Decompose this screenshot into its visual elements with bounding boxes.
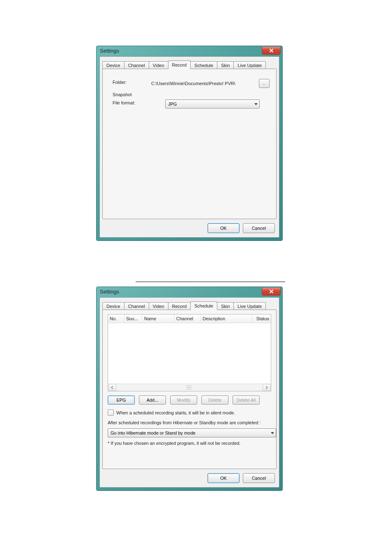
add-button[interactable]: Add... [139, 395, 166, 405]
silent-mode-checkbox[interactable] [108, 409, 114, 416]
ok-button[interactable]: OK [208, 473, 240, 483]
tab-live-update[interactable]: Live Update [233, 61, 266, 69]
browse-button[interactable]: ... [259, 79, 270, 88]
dialog-button-row: OK Cancel [208, 473, 275, 483]
after-recordings-label: After scheduled recordings from Hibernat… [108, 420, 261, 425]
silent-mode-label: When a scheduled recording starts, it wi… [116, 410, 235, 415]
close-button[interactable] [262, 288, 281, 296]
tab-record[interactable]: Record [168, 302, 191, 310]
chevron-right-icon [265, 386, 268, 389]
col-status[interactable]: Status [252, 314, 271, 323]
tabpage-schedule: No. Sou... Name Channel Description Stat… [102, 310, 277, 469]
after-recordings-value: Go into Hibernate mode or Stand by mode [111, 430, 196, 435]
tab-skin[interactable]: Skin [217, 61, 234, 69]
chevron-left-icon [111, 386, 114, 389]
col-no[interactable]: No. [108, 314, 125, 323]
dialog-button-row: OK Cancel [208, 223, 275, 233]
folder-label: Folder: [113, 80, 127, 85]
col-channel[interactable]: Channel [175, 314, 201, 323]
window-frame: Settings Device Channel Video Record Sch… [96, 287, 283, 491]
schedule-listview[interactable]: No. Sou... Name Channel Description Stat… [108, 314, 271, 391]
settings-dialog-record: Settings Device Channel Video Record Sch… [96, 46, 283, 241]
modify-button[interactable]: Modify [170, 395, 197, 405]
tab-skin[interactable]: Skin [217, 302, 234, 310]
window-title: Settings [100, 289, 119, 295]
col-source[interactable]: Sou... [125, 314, 143, 323]
tab-device[interactable]: Device [102, 61, 125, 69]
epg-button[interactable]: EPG [108, 395, 135, 405]
snapshot-label: Snapshot [113, 92, 131, 97]
tabstrip: Device Channel Video Record Schedule Ski… [102, 59, 279, 69]
close-icon [269, 289, 274, 294]
schedule-button-row: EPG Add... Modify Delete Delete All [108, 395, 271, 405]
tab-live-update[interactable]: Live Update [233, 302, 266, 310]
horizontal-scrollbar[interactable] [108, 384, 271, 391]
chevron-down-icon [254, 103, 258, 105]
close-icon [269, 49, 274, 53]
titlebar[interactable]: Settings [97, 287, 282, 296]
tab-schedule[interactable]: Schedule [190, 61, 217, 69]
scroll-track[interactable] [117, 384, 262, 391]
client-area: Device Channel Video Record Schedule Ski… [99, 56, 279, 238]
divider-line [136, 282, 285, 282]
window-frame: Settings Device Channel Video Record Sch… [96, 46, 283, 241]
chevron-down-icon [271, 432, 274, 434]
cancel-button[interactable]: Cancel [243, 223, 275, 233]
scroll-grip-icon [187, 386, 191, 389]
delete-button[interactable]: Delete [201, 395, 228, 405]
ok-button[interactable]: OK [208, 223, 240, 233]
titlebar[interactable]: Settings [97, 46, 282, 55]
tab-channel[interactable]: Channel [124, 61, 149, 69]
tab-video[interactable]: Video [149, 61, 168, 69]
tab-device[interactable]: Device [102, 302, 125, 310]
tabstrip: Device Channel Video Record Schedule Ski… [102, 300, 279, 310]
tab-channel[interactable]: Channel [124, 302, 149, 310]
listview-header: No. Sou... Name Channel Description Stat… [108, 314, 271, 323]
folder-path: C:\Users\Winnie\Documents\Presto! PVR\ [150, 80, 236, 87]
fileformat-label: File format: [113, 100, 135, 105]
settings-dialog-schedule: Settings Device Channel Video Record Sch… [96, 287, 283, 491]
col-description[interactable]: Description [201, 314, 252, 323]
fileformat-dropdown[interactable]: JPG [165, 99, 260, 109]
client-area: Device Channel Video Record Schedule Ski… [99, 297, 279, 488]
tab-schedule[interactable]: Schedule [190, 301, 217, 310]
tab-record[interactable]: Record [168, 60, 191, 69]
delete-all-button[interactable]: Delete All [233, 395, 260, 405]
window-title: Settings [100, 48, 119, 54]
close-button[interactable] [262, 47, 281, 55]
fileformat-value: JPG [168, 102, 177, 106]
col-name[interactable]: Name [143, 314, 175, 323]
encrypted-note: * If you have chosen an encrypted progra… [108, 441, 240, 446]
after-recordings-dropdown[interactable]: Go into Hibernate mode or Stand by mode [108, 428, 276, 437]
scroll-left-button[interactable] [108, 384, 116, 391]
scroll-right-button[interactable] [263, 384, 270, 391]
cancel-button[interactable]: Cancel [243, 473, 275, 483]
tab-video[interactable]: Video [149, 302, 168, 310]
tabpage-record: Folder: C:\Users\Winnie\Documents\Presto… [102, 69, 277, 219]
